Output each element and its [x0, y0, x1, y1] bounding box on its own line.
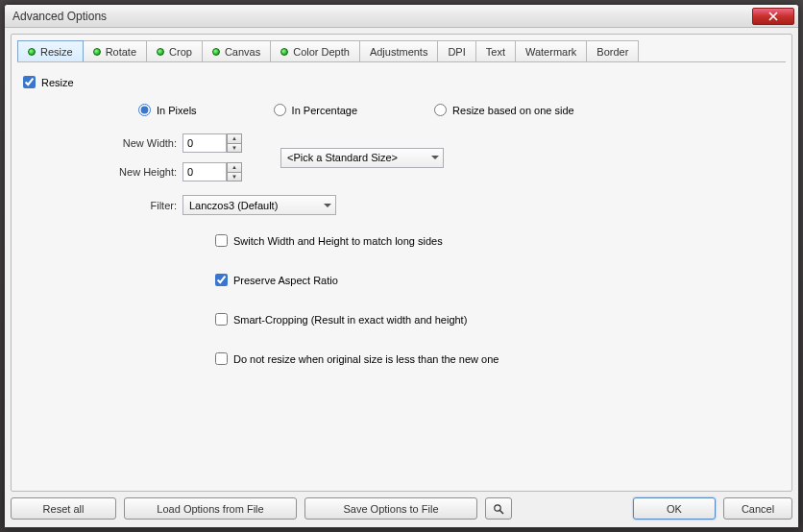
save-options-button[interactable]: Save Options to File: [304, 497, 477, 520]
opt-aspect[interactable]: Preserve Aspect Ratio: [215, 274, 780, 286]
opt-noresize-checkbox[interactable]: [215, 352, 228, 365]
status-dot-icon: [28, 48, 36, 56]
opt-aspect-label: Preserve Aspect Ratio: [233, 275, 338, 286]
status-dot-icon: [280, 48, 288, 56]
mode-oneside[interactable]: Resize based on one side: [434, 104, 574, 116]
resize-options: Switch Width and Height to match long si…: [215, 234, 780, 380]
resize-enable-label: Resize: [41, 77, 74, 88]
tab-canvas[interactable]: Canvas: [202, 40, 271, 61]
height-spin-up[interactable]: ▲: [227, 162, 242, 173]
tab-watermark[interactable]: Watermark: [515, 40, 587, 61]
magnifier-icon: [493, 503, 504, 515]
tab-label: Resize: [40, 46, 73, 58]
opt-noresize-label: Do not resize when original size is less…: [233, 353, 499, 365]
tab-label: Adjustments: [370, 46, 428, 58]
opt-smartcrop[interactable]: Smart-Cropping (Result in exact width an…: [215, 313, 780, 326]
status-dot-icon: [157, 48, 164, 56]
tab-text[interactable]: Text: [475, 40, 516, 61]
mode-percentage[interactable]: In Percentage: [274, 104, 358, 116]
load-options-button[interactable]: Load Options from File: [124, 497, 297, 520]
main-panel: ResizeRotateCropCanvasColor DepthAdjustm…: [11, 34, 792, 492]
height-spinner: ▲ ▼: [227, 162, 242, 181]
status-dot-icon: [93, 48, 101, 56]
close-button[interactable]: [752, 8, 794, 25]
status-dot-icon: [212, 48, 220, 56]
tab-body-resize: Resize In Pixels In Percentage Resize ba…: [17, 62, 786, 485]
tab-dpi[interactable]: DPI: [437, 40, 475, 61]
filter-label: Filter:: [100, 200, 177, 211]
content-area: ResizeRotateCropCanvasColor DepthAdjustm…: [5, 28, 798, 527]
width-spin-down[interactable]: ▼: [227, 144, 242, 154]
mode-pixels[interactable]: In Pixels: [138, 104, 197, 116]
height-label: New Height:: [100, 166, 177, 178]
svg-line-1: [500, 510, 504, 514]
opt-swap-label: Switch Width and Height to match long si…: [233, 235, 443, 247]
tabstrip: ResizeRotateCropCanvasColor DepthAdjustm…: [17, 40, 786, 62]
mode-percentage-label: In Percentage: [292, 105, 358, 116]
cancel-button[interactable]: Cancel: [723, 497, 792, 520]
tab-label: Watermark: [525, 46, 576, 58]
tab-label: Crop: [169, 46, 192, 58]
tab-label: Border: [596, 46, 628, 58]
standard-size-dropdown[interactable]: <Pick a Standard Size>: [280, 148, 444, 168]
resize-enable-row: Resize: [23, 76, 780, 88]
tab-color-depth[interactable]: Color Depth: [270, 40, 360, 61]
filter-value: Lanczos3 (Default): [189, 200, 278, 211]
mode-percentage-radio[interactable]: [274, 104, 286, 116]
tab-label: Text: [486, 46, 505, 58]
opt-swap[interactable]: Switch Width and Height to match long si…: [215, 234, 780, 247]
dimension-grid: New Width: ▲ ▼ <Pick a Standard Size> Ne…: [100, 133, 780, 181]
tab-crop[interactable]: Crop: [146, 40, 203, 61]
reset-button[interactable]: Reset all: [11, 497, 116, 520]
tab-label: Color Depth: [293, 46, 350, 58]
mode-pixels-radio[interactable]: [138, 104, 151, 116]
chevron-down-icon: [431, 156, 439, 159]
resize-enable-checkbox[interactable]: [23, 76, 36, 88]
opt-smartcrop-label: Smart-Cropping (Result in exact width an…: [233, 314, 467, 326]
tab-label: DPI: [448, 46, 465, 58]
tab-label: Canvas: [225, 46, 260, 58]
filter-row: Filter: Lanczos3 (Default): [100, 195, 780, 215]
mode-oneside-label: Resize based on one side: [452, 105, 574, 116]
opt-aspect-checkbox[interactable]: [215, 274, 228, 286]
titlebar: Advanced Options: [5, 5, 798, 28]
dialog-window: Advanced Options ResizeRotateCropCanvasC…: [4, 4, 799, 528]
close-icon: [768, 12, 778, 21]
opt-noresize[interactable]: Do not resize when original size is less…: [215, 352, 780, 365]
filter-dropdown[interactable]: Lanczos3 (Default): [182, 195, 336, 215]
width-label: New Width:: [100, 137, 177, 149]
height-input[interactable]: [182, 162, 227, 181]
tab-adjustments[interactable]: Adjustments: [359, 40, 439, 61]
height-spin-down[interactable]: ▼: [227, 173, 242, 182]
mode-pixels-label: In Pixels: [157, 105, 197, 116]
preview-button[interactable]: [485, 497, 512, 520]
tab-resize[interactable]: Resize: [17, 40, 84, 61]
standard-size-value: <Pick a Standard Size>: [287, 152, 398, 163]
opt-swap-checkbox[interactable]: [215, 234, 228, 247]
tab-label: Rotate: [106, 46, 136, 58]
tab-border[interactable]: Border: [586, 40, 639, 61]
chevron-down-icon: [324, 204, 331, 207]
window-title: Advanced Options: [12, 10, 752, 23]
svg-point-0: [495, 504, 500, 510]
width-spinner: ▲ ▼: [227, 133, 242, 153]
resize-mode-row: In Pixels In Percentage Resize based on …: [138, 104, 780, 116]
tab-rotate[interactable]: Rotate: [83, 40, 147, 61]
ok-button[interactable]: OK: [633, 497, 716, 520]
mode-oneside-radio[interactable]: [434, 104, 447, 116]
width-input[interactable]: [182, 133, 227, 153]
opt-smartcrop-checkbox[interactable]: [215, 313, 228, 326]
width-spin-up[interactable]: ▲: [227, 133, 242, 144]
button-bar: Reset all Load Options from File Save Op…: [11, 492, 792, 521]
